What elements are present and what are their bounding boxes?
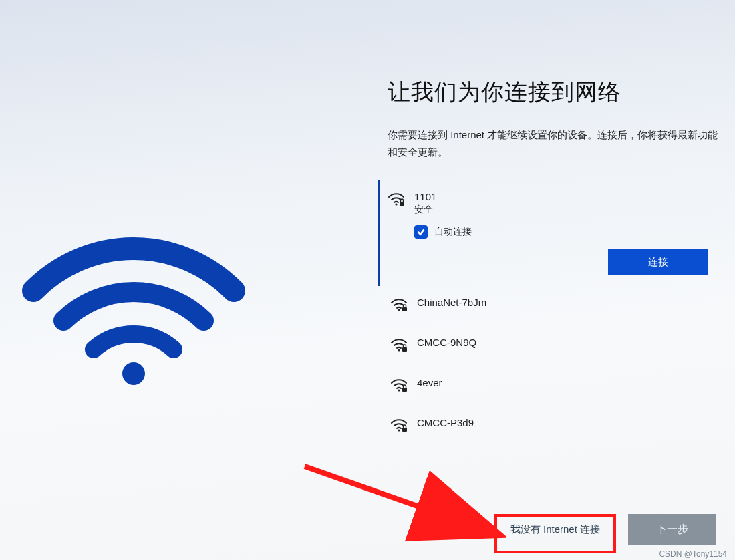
- svg-point-7: [398, 389, 400, 391]
- network-name: CMCC-P3d9: [417, 417, 716, 428]
- wifi-lock-icon: [390, 418, 408, 436]
- svg-rect-4: [402, 307, 407, 311]
- network-item[interactable]: CMCC-P3d9: [388, 406, 722, 446]
- connect-button[interactable]: 连接: [608, 249, 708, 275]
- network-name: ChinaNet-7bJm: [417, 297, 716, 308]
- svg-rect-8: [402, 388, 407, 392]
- next-button[interactable]: 下一步: [628, 514, 716, 545]
- svg-point-1: [395, 203, 397, 205]
- svg-rect-6: [402, 347, 407, 352]
- svg-point-5: [398, 349, 400, 351]
- network-item[interactable]: CMCC-9N9Q: [388, 326, 722, 366]
- wifi-lock-icon: [388, 192, 405, 210]
- network-item[interactable]: ChinaNet-7bJm: [388, 286, 722, 326]
- svg-point-0: [122, 362, 145, 385]
- page-subtitle: 你需要连接到 Internet 才能继续设置你的设备。连接后，你将获得最新功能和…: [388, 126, 722, 160]
- auto-connect-checkbox[interactable]: [414, 225, 428, 239]
- svg-point-3: [398, 309, 400, 311]
- auto-connect-label: 自动连接: [434, 226, 472, 238]
- no-internet-button[interactable]: 我没有 Internet 连接: [497, 514, 613, 545]
- network-name: 1101: [414, 191, 716, 202]
- network-name: 4ever: [417, 377, 716, 388]
- network-item[interactable]: 4ever: [388, 366, 722, 406]
- wifi-lock-icon: [390, 338, 408, 356]
- wifi-lock-icon: [390, 298, 408, 315]
- network-name: CMCC-9N9Q: [417, 337, 716, 348]
- watermark: CSDN @Tony1154: [659, 549, 727, 559]
- wifi-lock-icon: [390, 378, 408, 396]
- page-title: 让我们为你连接到网络: [388, 77, 722, 108]
- svg-rect-2: [400, 202, 404, 206]
- wifi-hero-icon: [20, 231, 247, 394]
- svg-rect-10: [402, 428, 407, 432]
- svg-point-9: [398, 429, 400, 431]
- network-security: 安全: [414, 204, 716, 216]
- network-list: 1101安全 自动连接连接 ChinaNet-7bJm CMCC-9N9Q: [388, 180, 722, 446]
- network-item[interactable]: 1101安全 自动连接连接: [378, 180, 722, 286]
